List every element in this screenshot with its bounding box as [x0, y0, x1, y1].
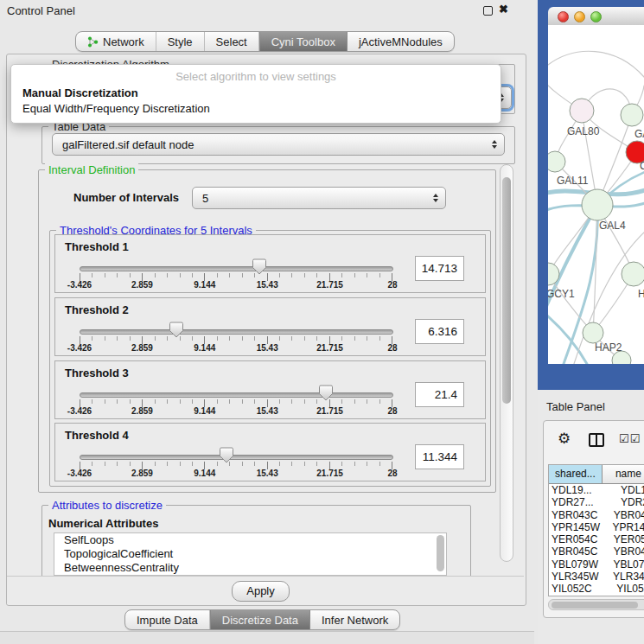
column-header-name[interactable]: name [603, 465, 644, 483]
tab-jactivemnodules[interactable]: jActiveMNodules [348, 32, 454, 51]
tab-network-label: Network [103, 35, 144, 48]
combo-arrows-icon [433, 194, 438, 202]
panel-vertical-scrollbar[interactable] [500, 164, 513, 562]
tab-discretize-data[interactable]: Discretize Data [210, 610, 310, 629]
svg-text:HAP2: HAP2 [595, 341, 622, 354]
minimize-traffic-light-icon[interactable] [574, 11, 585, 22]
table-data-value: galFiltered.sif default node [62, 138, 194, 151]
split-columns-icon[interactable] [589, 433, 604, 447]
combo-arrows-icon [492, 140, 497, 149]
table-row[interactable]: YER054CYER054C [549, 533, 644, 545]
network-canvas[interactable]: GAL80GAGAL11CGAL4GCY1HHAP2 [548, 25, 644, 364]
table-panel: Table Panel ⚙ ☑☑ shared... name YDL19...… [538, 390, 644, 644]
hscrollbar-thumb[interactable] [552, 602, 638, 609]
threshold-4-panel: Threshold 4 -3.4262.8599.14415.4321.7152… [54, 423, 486, 481]
table-panel-title: Table Panel [546, 400, 605, 413]
scrollbar-thumb[interactable] [502, 177, 511, 404]
svg-text:GCY1: GCY1 [548, 288, 575, 300]
threshold-2-value-field[interactable]: 6.316 [415, 319, 464, 344]
tab-select[interactable]: Select [205, 32, 259, 51]
control-panel-tabs: Network Style Select Cyni Toolbox jActiv… [75, 31, 455, 52]
close-icon[interactable]: ✖ [499, 3, 508, 16]
app-root: Control Panel ✖ Network Style Select Cyn… [0, 0, 644, 644]
table-row[interactable]: YPR145WYPR145W [549, 521, 644, 533]
threshold-3-panel: Threshold 3 -3.4262.8599.14415.4321.7152… [54, 360, 486, 419]
svg-text:GAL80: GAL80 [567, 125, 600, 137]
table-header: shared... name [549, 465, 644, 484]
node-table: shared... name YDL19...YDL19YDR27...YDR2… [548, 464, 644, 596]
apply-button[interactable]: Apply [232, 581, 290, 602]
table-row[interactable]: YDL19...YDL19 [549, 484, 644, 496]
cyni-bottom-tabs: Impute Data Discretize Data Infer Networ… [124, 609, 400, 630]
tab-network[interactable]: Network [76, 32, 156, 51]
svg-text:H: H [638, 288, 644, 300]
gear-icon[interactable]: ⚙ [558, 430, 571, 448]
float-window-icon[interactable] [483, 6, 493, 16]
svg-text:GAL11: GAL11 [557, 175, 589, 187]
attributes-group-label: Attributes to discretize [48, 499, 166, 512]
tab-cyni-toolbox[interactable]: Cyni Toolbox [259, 32, 348, 51]
numerical-attributes-list[interactable]: SelfLoopsTopologicalCoefficientBetweenne… [54, 532, 447, 576]
table-rows: YDL19...YDL19YDR27...YDR27YBR043CYBR043C… [549, 484, 644, 596]
checkbox-icons[interactable]: ☑☑ [619, 432, 641, 445]
zoom-traffic-light-icon[interactable] [590, 11, 602, 22]
attribute-item[interactable]: SelfLoops [54, 533, 446, 547]
table-horizontal-scrollbar[interactable] [548, 599, 644, 610]
svg-text:GA: GA [634, 128, 644, 140]
svg-text:C: C [640, 160, 644, 172]
table-data-combobox[interactable]: galFiltered.sif default node [52, 133, 505, 156]
tab-infer-network[interactable]: Infer Network [310, 610, 399, 629]
table-row[interactable]: YDR27...YDR27 [549, 496, 644, 508]
popup-option-equal-width[interactable]: Equal Width/Frequency Discretization [14, 102, 498, 115]
interval-definition-label: Interval Definition [45, 163, 138, 176]
algorithm-popup: Select algorithm to view settings Manual… [10, 64, 501, 124]
attribute-item[interactable]: BetweennessCentrality [54, 561, 446, 575]
network-window-titlebar[interactable] [548, 7, 644, 26]
svg-text:GAL4: GAL4 [599, 220, 626, 232]
table-row[interactable]: YLR345WYLR345W [549, 571, 644, 583]
close-traffic-light-icon[interactable] [558, 11, 569, 22]
panel-title: Control Panel [7, 4, 75, 17]
table-row[interactable]: YBR045CYBR045C [549, 545, 644, 558]
number-of-intervals-value: 5 [202, 192, 208, 205]
popup-option-manual[interactable]: Manual Discretization [14, 86, 498, 99]
table-row[interactable]: YBR043CYBR043C [549, 509, 644, 521]
table-row[interactable]: YIL052CYIL052C [549, 583, 644, 595]
status-strip [0, 631, 534, 644]
column-header-shared-name[interactable]: shared... [549, 465, 603, 483]
table-row[interactable]: YBL079WYBL079W [549, 558, 644, 571]
network-icon [87, 36, 99, 48]
attribute-item[interactable]: TopologicalCoefficient [54, 547, 446, 561]
threshold-1-value-field[interactable]: 14.713 [415, 256, 464, 281]
number-of-intervals-combobox[interactable]: 5 [192, 187, 446, 209]
popup-hint: Select algorithm to view settings [11, 70, 501, 83]
threshold-4-value-field[interactable]: 11.344 [415, 444, 464, 469]
tab-style[interactable]: Style [156, 32, 205, 51]
tab-impute-data[interactable]: Impute Data [125, 610, 210, 629]
threshold-2-panel: Threshold 2 -3.4262.8599.14415.4321.7152… [54, 297, 486, 356]
number-of-intervals-label: Number of Intervals [73, 191, 179, 204]
numerical-attributes-title: Numerical Attributes [48, 517, 158, 530]
table-panel-card: ⚙ ☑☑ shared... name YDL19...YDL19YDR27..… [543, 420, 644, 618]
threshold-3-value-field[interactable]: 21.4 [415, 382, 464, 407]
threshold-1-panel: Threshold 1 -3.4262.8599.14415.4321.7152… [54, 234, 486, 293]
attributes-scrollbar[interactable] [437, 535, 444, 571]
